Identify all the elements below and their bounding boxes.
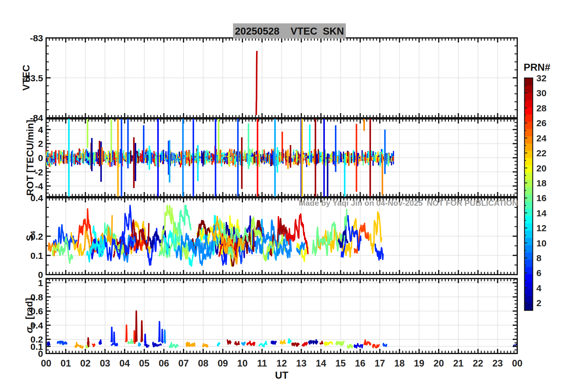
x-tick-label: 00 xyxy=(512,358,522,369)
sigma-spike xyxy=(159,322,160,342)
sigma-trace xyxy=(241,342,245,345)
colorbar-tick-label: 22 xyxy=(536,148,546,158)
sigma-spike xyxy=(141,321,143,342)
sigma-trace xyxy=(186,342,195,346)
sigma-trace xyxy=(309,340,318,344)
sigma-trace xyxy=(383,343,387,346)
y-axis-label-rot: ROT [TECU/min] xyxy=(25,120,36,196)
x-tick-label: 03 xyxy=(100,358,110,369)
sigma-trace xyxy=(373,344,380,348)
y-axis-label-s4: S4 xyxy=(24,231,37,241)
scintillation-dashboard: -83-83.5-84420-2-40.40.20.1010.80.60.40.… xyxy=(0,0,577,392)
sigma-spike xyxy=(111,327,113,342)
y-tick-label: 4 xyxy=(38,125,43,135)
plot-svg: -83-83.5-84420-2-40.40.20.1010.80.60.40.… xyxy=(0,0,577,392)
sigma-trace xyxy=(292,343,299,346)
colorbar-tick-label: 8 xyxy=(536,253,542,263)
x-tick-label: 04 xyxy=(120,358,130,369)
x-tick-label: 06 xyxy=(159,358,169,369)
sigma-trace xyxy=(138,343,141,346)
x-tick-label: 10 xyxy=(237,358,248,369)
s4-subscript: 4 xyxy=(29,231,37,235)
sigma-spike xyxy=(88,338,89,346)
sigma-trace xyxy=(325,342,332,345)
sigma-trace xyxy=(259,341,267,347)
x-tick-label: 15 xyxy=(335,358,346,369)
y-tick-label: -83 xyxy=(30,33,43,43)
vtec-trace xyxy=(256,52,257,115)
colorbar-title: PRN# xyxy=(522,62,552,73)
x-tick-label: 22 xyxy=(473,358,483,369)
colorbar-tick-label: 30 xyxy=(536,88,546,98)
sigma-unit: [rad] xyxy=(24,298,35,322)
x-tick-label: 14 xyxy=(316,358,326,369)
x-tick-label: 16 xyxy=(355,358,365,369)
sigma-trace xyxy=(202,344,208,347)
colorbar-tick-label: 26 xyxy=(536,118,546,128)
x-axis-label: UT xyxy=(46,370,517,381)
panel-vtec: -83-83.5-84 xyxy=(22,33,517,123)
colorbar-tick-label: 24 xyxy=(536,133,547,143)
sigma-trace xyxy=(271,341,276,344)
watermark: Made by Yaqi Jin on 04-Nov-2025 NOT FOR … xyxy=(299,198,518,208)
sigma-spike xyxy=(162,329,163,343)
sigma-trace xyxy=(128,340,133,344)
sigma-trace xyxy=(247,341,255,345)
colorbar-tick-label: 20 xyxy=(536,163,546,173)
sigma-trace xyxy=(354,344,363,348)
y-tick-label: 0.1 xyxy=(30,251,43,261)
x-tick-label: 18 xyxy=(394,358,405,369)
x-tick-label: 02 xyxy=(80,358,90,369)
y-tick-label: 0 xyxy=(38,153,43,163)
x-tick-label: 20 xyxy=(434,358,444,369)
x-tick-labels: 0001020304050607080910111213141516171819… xyxy=(41,358,522,369)
colorbar-tick-label: 6 xyxy=(536,268,542,278)
colorbar-tick-label: 14 xyxy=(536,208,547,218)
sigma-trace xyxy=(47,342,50,345)
sigma-trace xyxy=(99,340,102,344)
x-tick-label: 11 xyxy=(257,358,267,369)
sigma-symbol: σ xyxy=(24,327,35,333)
sigma-trace xyxy=(235,342,239,345)
watermark-credit: Made by Yaqi Jin on 04-Nov-2025 xyxy=(299,198,423,208)
s4-symbol: S xyxy=(24,235,35,241)
x-tick-label: 08 xyxy=(198,358,208,369)
x-tick-label: 07 xyxy=(178,358,189,369)
sigma-trace xyxy=(302,342,307,346)
prn-colorbar: 2468101214161820222426283032 xyxy=(525,73,547,311)
y-tick-label: -4 xyxy=(35,181,43,191)
x-tick-label: 23 xyxy=(492,358,503,369)
sigma-spike xyxy=(136,311,137,342)
colorbar-tick-label: 10 xyxy=(536,238,546,248)
s4-trace xyxy=(375,244,383,260)
colorbar-tick-label: 32 xyxy=(536,73,546,83)
sigma-trace xyxy=(218,343,220,346)
x-tick-label: 17 xyxy=(375,358,385,369)
sigma-spike xyxy=(113,332,115,344)
sigma-spike xyxy=(134,331,135,343)
panel-sigma: 10.80.60.40.20.10 xyxy=(30,278,517,359)
colorbar-tick-label: 4 xyxy=(536,283,542,293)
phi-subscript: φ xyxy=(29,322,36,327)
x-tick-label: 00 xyxy=(41,358,51,369)
sigma-trace xyxy=(57,341,67,345)
colorbar-tick-label: 12 xyxy=(536,223,546,233)
x-tick-label: 01 xyxy=(60,358,71,369)
plot-title: 20250528 VTEC SKN xyxy=(233,23,346,39)
y-axis-label-sigma-phi: σφ [rad] xyxy=(24,298,36,333)
colorbar-tick-label: 18 xyxy=(536,178,546,188)
sigma-trace xyxy=(153,342,162,346)
sigma-trace xyxy=(280,340,285,344)
sigma-trace xyxy=(75,343,83,348)
colorbar-tick-label: 2 xyxy=(536,298,542,308)
sigma-spike xyxy=(126,325,127,342)
colorbar-tick-label: 16 xyxy=(536,193,546,203)
watermark-notice: NOT FOR PUBLICATION xyxy=(427,198,518,208)
sigma-spike xyxy=(145,334,146,345)
colorbar-tick-label: 28 xyxy=(536,103,546,113)
x-tick-label: 19 xyxy=(414,358,424,369)
x-tick-label: 09 xyxy=(218,358,228,369)
sigma-spike xyxy=(164,330,165,343)
x-tick-label: 12 xyxy=(276,358,287,369)
y-tick-label: 0 xyxy=(38,349,43,359)
